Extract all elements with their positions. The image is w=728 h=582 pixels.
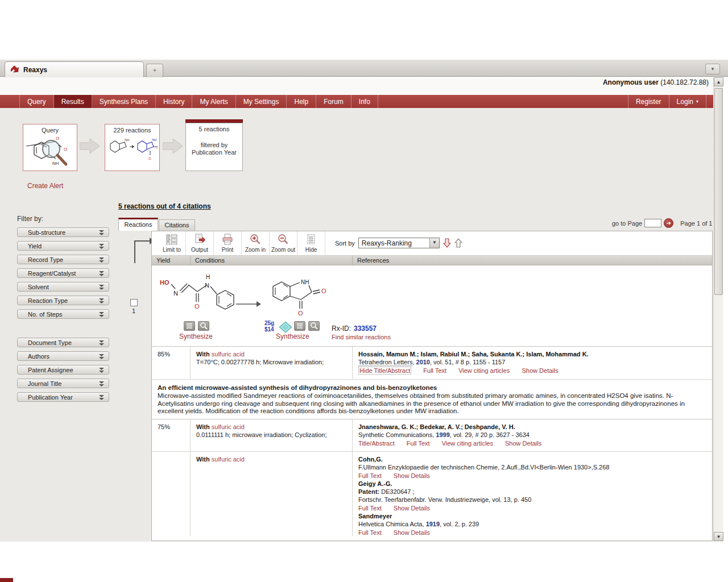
filter-patent-assignee[interactable]: Patent Assignee [17, 365, 109, 375]
user-name: Anonymous user [603, 78, 659, 86]
abstract-block: An efficient microwave-assisted synthesi… [152, 380, 712, 419]
tab-list-button[interactable]: ▾ [705, 64, 720, 74]
filter-document-type[interactable]: Document Type [17, 338, 109, 347]
nav-item-forum[interactable]: Forum [316, 95, 351, 108]
filter-solvent[interactable]: Solvent [17, 282, 109, 292]
nav-item-history[interactable]: History [156, 95, 192, 108]
link-show-details[interactable]: Show Details [505, 440, 541, 447]
filter-authors[interactable]: Authors [17, 351, 109, 361]
list-icon-button[interactable] [184, 321, 195, 331]
link-show-details[interactable]: Show Details [522, 367, 559, 374]
link-full-text[interactable]: Full Text [423, 367, 446, 374]
magnifier-icon [198, 322, 209, 330]
scrollbar-thumb[interactable] [714, 88, 723, 295]
svg-text:NH: NH [301, 279, 309, 285]
column-header-yield[interactable]: Yield [152, 256, 191, 265]
register-button[interactable]: Register [628, 95, 669, 108]
magnifier-icon-button[interactable] [308, 321, 320, 331]
citation-detail: , vol. 2, p. 239 [440, 521, 479, 527]
filter-reaction-type[interactable]: Reaction Type [17, 296, 109, 305]
flow-step-229-reactions[interactable]: 229 reactions NH NH O O [105, 124, 160, 171]
create-alert-link[interactable]: Create Alert [27, 182, 63, 190]
browser-tab-reaxys[interactable]: Reaxys [5, 61, 144, 77]
link-view-citing-articles[interactable]: View citing articles [442, 440, 493, 447]
result-checkbox[interactable] [130, 299, 138, 306]
link-show-details[interactable]: Show Details [394, 529, 430, 536]
reagent-link[interactable]: sulfuric acid [212, 456, 245, 463]
link-hide-title-abstract[interactable]: Hide Title/Abstract [358, 367, 411, 375]
filter-journal-title[interactable]: Journal Title [17, 379, 109, 388]
link-full-text[interactable]: Full Text [358, 529, 382, 536]
ref-author: Cohn,G. [358, 456, 709, 463]
nav-item-my-settings[interactable]: My Settings [236, 95, 287, 108]
main-nav: Query Results Synthesis Plans History My… [0, 95, 713, 108]
magnifier-icon-button[interactable] [198, 321, 209, 331]
goto-page-button[interactable]: ➜ [664, 218, 673, 228]
synthesize-link-right[interactable]: Synthesize [276, 332, 309, 340]
link-view-citing-articles[interactable]: View citing articles [458, 367, 510, 374]
limit-to-icon [166, 234, 177, 245]
login-button[interactable]: Login ▾ [669, 95, 706, 108]
goto-arrow-icon: ➜ [667, 220, 671, 226]
filter-record-type[interactable]: Record Type [17, 255, 109, 264]
nav-item-help[interactable]: Help [287, 95, 316, 108]
nav-item-my-alerts[interactable]: My Alerts [192, 95, 235, 108]
limit-to-button[interactable]: Limit to [158, 231, 186, 255]
product-structure-image: NH O O [264, 275, 330, 327]
goto-page-label: go to Page [612, 220, 642, 227]
nav-item-synthesis-plans[interactable]: Synthesis Plans [92, 95, 156, 108]
tab-citations[interactable]: Citations [159, 219, 195, 231]
hide-button[interactable]: Hide [297, 231, 325, 255]
sort-descending-icon[interactable] [443, 238, 451, 248]
zoom-out-button[interactable]: Zoom out [270, 231, 297, 255]
filter-no-of-steps[interactable]: No. of Steps [17, 309, 109, 319]
price-info[interactable]: 25g $14 [264, 320, 274, 332]
window-edge-fragment [0, 578, 13, 582]
flow-step-query[interactable]: Query O O NH [23, 124, 77, 171]
filter-sub-structure[interactable]: Sub-structure [17, 227, 109, 237]
sort-ascending-icon[interactable] [454, 238, 462, 248]
tab-reactions[interactable]: Reactions [118, 218, 158, 231]
new-tab-button[interactable]: + [146, 64, 163, 77]
pagination: go to Page ➜ Page 1 of 1 [612, 218, 713, 228]
svg-text:O: O [64, 147, 67, 152]
scrollbar-down-button[interactable]: ▼ [714, 532, 723, 541]
scrollbar-up-button[interactable]: ▲ [714, 77, 723, 86]
column-header-references[interactable]: References [353, 256, 712, 265]
filter-reagent-catalyst[interactable]: Reagent/Catalyst [17, 268, 109, 278]
journal-name: Synthetic Communications [358, 431, 432, 438]
sort-by-label: Sort by [335, 240, 355, 247]
nav-item-info[interactable]: Info [351, 95, 378, 108]
filter-yield[interactable]: Yield [17, 241, 109, 251]
link-show-details[interactable]: Show Details [394, 472, 430, 479]
link-title-abstract[interactable]: Title/Abstract [358, 440, 395, 447]
result-row-number: 1 [132, 307, 135, 314]
link-full-text[interactable]: Full Text [358, 472, 382, 479]
link-full-text[interactable]: Full Text [358, 505, 382, 512]
print-button[interactable]: Print [214, 231, 242, 255]
chevron-double-down-icon [99, 257, 104, 263]
flow-step-5-reactions[interactable]: 5 reactions filtered by Publication Year [185, 123, 243, 171]
journal-name: Helvetica Chimica Acta [358, 521, 423, 527]
synthesize-link-left[interactable]: Synthesize [179, 332, 213, 340]
chevron-double-down-icon [99, 354, 104, 360]
output-button[interactable]: Output [186, 231, 214, 255]
scroll-up-icon: ▲ [717, 80, 721, 85]
nav-item-query[interactable]: Query [19, 95, 54, 108]
vertical-scrollbar[interactable]: ▲ ▼ [713, 77, 723, 542]
svg-text:NH: NH [125, 138, 130, 142]
nav-item-results[interactable]: Results [54, 95, 92, 108]
list-icon-button[interactable] [294, 321, 305, 331]
filter-publication-year[interactable]: Publication Year [17, 392, 109, 402]
commercial-availability-diamond-icon[interactable] [279, 322, 292, 332]
find-similar-reactions-link[interactable]: Find similar reactions [332, 334, 391, 340]
column-header-conditions[interactable]: Conditions [191, 256, 353, 265]
goto-page-input[interactable] [644, 219, 661, 227]
reagent-link[interactable]: sulfuric acid [212, 423, 245, 430]
zoom-in-button[interactable]: Zoom in [242, 231, 270, 255]
link-show-details[interactable]: Show Details [394, 505, 430, 512]
sort-dropdown[interactable]: Reaxys-Ranking ▼ [358, 238, 440, 248]
reagent-link[interactable]: sulfuric acid [212, 351, 245, 357]
link-full-text[interactable]: Full Text [407, 440, 430, 447]
journal-link[interactable]: Tetrahedron Letters [358, 359, 412, 366]
